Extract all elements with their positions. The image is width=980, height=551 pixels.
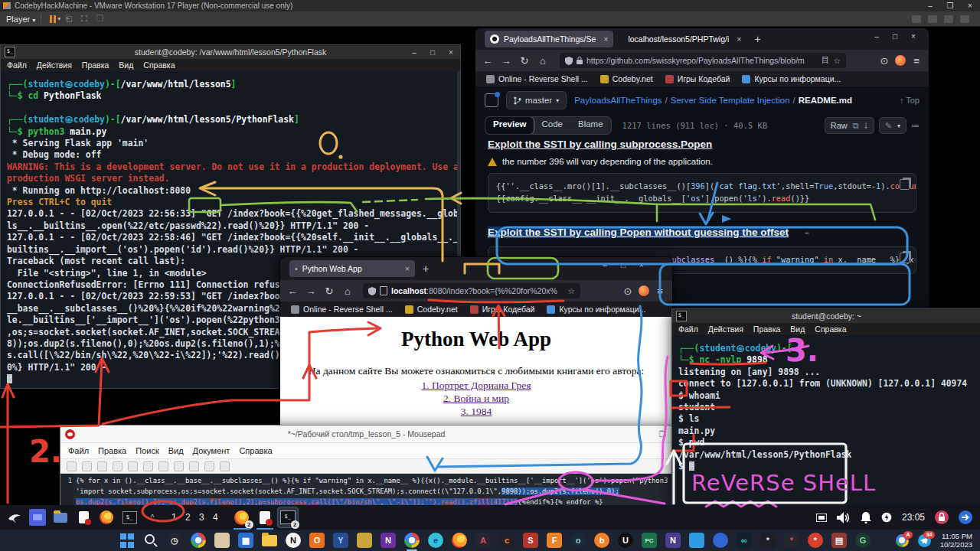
maximize-button[interactable]: □ bbox=[886, 32, 904, 41]
new-tab-button[interactable]: + bbox=[754, 33, 760, 45]
taskbar-icon-f-app[interactable]: F bbox=[547, 533, 562, 548]
taskbar-icon-color-wheel[interactable] bbox=[191, 533, 206, 548]
close-icon[interactable] bbox=[128, 461, 138, 471]
copy-icon[interactable] bbox=[900, 253, 910, 263]
find-icon[interactable] bbox=[220, 461, 230, 471]
tab-localhost-phptwig[interactable]: localhost/lesson5/PHPTwig/i × bbox=[622, 31, 746, 47]
undo-icon[interactable] bbox=[143, 461, 153, 471]
menu-item-Действия[interactable]: Действия bbox=[708, 324, 743, 334]
taskbar-icon-firefox[interactable] bbox=[452, 533, 467, 548]
link-icon[interactable]: ⌁ bbox=[804, 228, 809, 237]
bookmark-item[interactable]: Курсы по информаци... bbox=[742, 74, 841, 83]
maximize-button[interactable]: □ bbox=[423, 48, 442, 57]
taskbar-icon-unreal[interactable]: U bbox=[618, 533, 633, 548]
menu-item-Правка[interactable]: Правка bbox=[98, 446, 126, 455]
minimize-button[interactable]: – bbox=[867, 32, 886, 41]
heading-subprocess-popen[interactable]: Exploit the SSTI by calling subprocess.P… bbox=[488, 139, 916, 150]
taskbar-icon-gear-red-1[interactable]: * bbox=[784, 533, 799, 548]
start-button[interactable] bbox=[119, 533, 135, 548]
tab-payloadsallthethings[interactable]: PayloadsAllTheThings/Se × bbox=[485, 31, 613, 47]
close-button[interactable]: × bbox=[442, 48, 460, 57]
taskbar-icon-edge[interactable]: e bbox=[428, 533, 443, 548]
paste-icon[interactable] bbox=[204, 461, 214, 471]
menu-item-Вид[interactable]: Вид bbox=[119, 60, 133, 70]
tab-close-icon[interactable]: × bbox=[405, 264, 410, 273]
close-button[interactable]: × bbox=[632, 261, 651, 269]
taskbar-mousepad-running[interactable] bbox=[255, 507, 275, 527]
firefox-launcher[interactable] bbox=[98, 509, 115, 526]
menu-item-Документ[interactable]: Документ bbox=[193, 446, 230, 455]
taskbar-icon-clock-app[interactable]: ◷ bbox=[167, 533, 182, 548]
back-icon[interactable]: ← bbox=[285, 285, 300, 297]
bookmark-item[interactable]: Codeby.net bbox=[405, 305, 458, 314]
home-icon[interactable]: ⌂ bbox=[340, 285, 355, 297]
taskbar-terminal-running[interactable]: $_ 2 bbox=[278, 507, 298, 527]
taskbar-icon-a-app[interactable]: A bbox=[475, 533, 491, 548]
taskbar-icon-chrome[interactable] bbox=[404, 533, 420, 548]
taskbar-icon-notion[interactable]: N bbox=[286, 533, 301, 548]
taskbar-icon-y-app[interactable]: Y bbox=[333, 533, 348, 548]
mousepad-window[interactable]: *~/Рабочий стол/tmp_lesson_5 - Mousepad … bbox=[60, 425, 673, 507]
taskbar-icon-orange-o[interactable]: O bbox=[309, 533, 325, 548]
book-link-3[interactable]: 3. 1984 bbox=[280, 406, 672, 418]
bookmark-item[interactable]: Online - Reverse Shell ... bbox=[486, 74, 588, 83]
mousepad-editor[interactable]: 1 {% for x in ().__class__.__base__.__su… bbox=[60, 474, 672, 508]
menu-item-Вид[interactable]: Вид bbox=[790, 324, 805, 334]
minimize-button[interactable]: – bbox=[596, 261, 614, 269]
bookmark-star-icon[interactable]: ☆ bbox=[568, 286, 575, 295]
menu-item-Правка[interactable]: Правка bbox=[82, 60, 109, 70]
redo-icon[interactable] bbox=[158, 461, 168, 471]
pocket-icon[interactable]: ⊙ bbox=[877, 55, 892, 67]
new-file-icon[interactable] bbox=[67, 461, 77, 471]
branch-selector[interactable]: master ▾ bbox=[506, 91, 567, 109]
fullscreen-icon[interactable]: ⛶ bbox=[81, 14, 87, 24]
taskbar-icon-onenote[interactable]: N bbox=[381, 533, 396, 548]
save-icon[interactable] bbox=[97, 461, 107, 471]
sidebar-toggle-icon[interactable] bbox=[485, 93, 498, 107]
terminal-titlebar[interactable]: $_ student@codeby: ~ bbox=[672, 309, 980, 323]
menu-item-Файл[interactable]: Файл bbox=[7, 60, 27, 70]
notifications-bell-icon[interactable] bbox=[861, 512, 871, 523]
taskbar-icon-n-purple[interactable]: N bbox=[665, 533, 681, 548]
pocket-icon[interactable]: ⊙ bbox=[620, 285, 635, 297]
tab-code[interactable]: Code bbox=[534, 117, 570, 134]
taskbar-icon-s-app[interactable]: S bbox=[523, 533, 538, 548]
tab-python-web-app[interactable]: • Python Web App × bbox=[289, 260, 415, 277]
volume-icon[interactable] bbox=[837, 512, 851, 523]
menu-item-Справка[interactable]: Справка bbox=[239, 446, 272, 455]
bookmark-item[interactable]: Online - Reverse Shell ... bbox=[291, 305, 393, 314]
back-icon[interactable]: ← bbox=[480, 55, 495, 67]
taskbar-icon-g-app[interactable]: G bbox=[855, 533, 871, 548]
search-button[interactable] bbox=[143, 533, 158, 548]
maximize-button[interactable]: ❐ bbox=[940, 2, 960, 10]
tab-blame[interactable]: Blame bbox=[570, 117, 611, 134]
edit-button[interactable]: ✎▾ bbox=[879, 117, 906, 134]
top-link[interactable]: ↑ Top bbox=[900, 96, 920, 105]
reader-view-icon[interactable]: 目 bbox=[822, 55, 830, 66]
window-tray-icon[interactable] bbox=[816, 514, 827, 522]
kali-clock[interactable]: 23:05 bbox=[902, 512, 925, 523]
open-file-icon[interactable] bbox=[82, 461, 92, 471]
reload-icon[interactable]: ↻ bbox=[517, 55, 532, 67]
account-avatar[interactable] bbox=[639, 285, 649, 296]
bookmark-star-icon[interactable]: ☆ bbox=[834, 56, 841, 65]
close-button[interactable]: × bbox=[960, 2, 980, 10]
workspace-switcher[interactable]: 1 2 3 4 bbox=[172, 512, 221, 523]
url-bar[interactable]: https://github.com/swisskyrepo/PayloadsA… bbox=[560, 53, 846, 68]
raw-button[interactable]: Raw⧉⭣ bbox=[825, 117, 874, 134]
send-ctrl-alt-del-icon[interactable]: ⎗ bbox=[65, 14, 72, 24]
copy-icon[interactable] bbox=[900, 179, 910, 190]
taskbar-icon-file-explorer[interactable] bbox=[262, 533, 277, 548]
menu-item-Справка[interactable]: Справка bbox=[815, 324, 846, 334]
terminal-window-netcat[interactable]: $_ student@codeby: ~ ФайлДействияПравкаВ… bbox=[671, 308, 980, 507]
home-icon[interactable]: ⌂ bbox=[535, 55, 550, 67]
restore-button[interactable]: ❐ bbox=[659, 429, 672, 439]
taskbar-icon-book-red[interactable]: ▤ bbox=[831, 533, 847, 548]
new-tab-button[interactable]: + bbox=[423, 262, 429, 275]
bookmark-item[interactable]: Курсы по информаци... bbox=[547, 305, 645, 314]
menu-icon[interactable]: ≡ bbox=[652, 285, 668, 297]
taskbar-icon-carrot[interactable]: c bbox=[499, 533, 514, 548]
bookmark-item[interactable]: Игры Кодебай bbox=[665, 74, 730, 83]
menu-item-Правка[interactable]: Правка bbox=[753, 324, 780, 334]
cut-icon[interactable] bbox=[174, 461, 184, 471]
